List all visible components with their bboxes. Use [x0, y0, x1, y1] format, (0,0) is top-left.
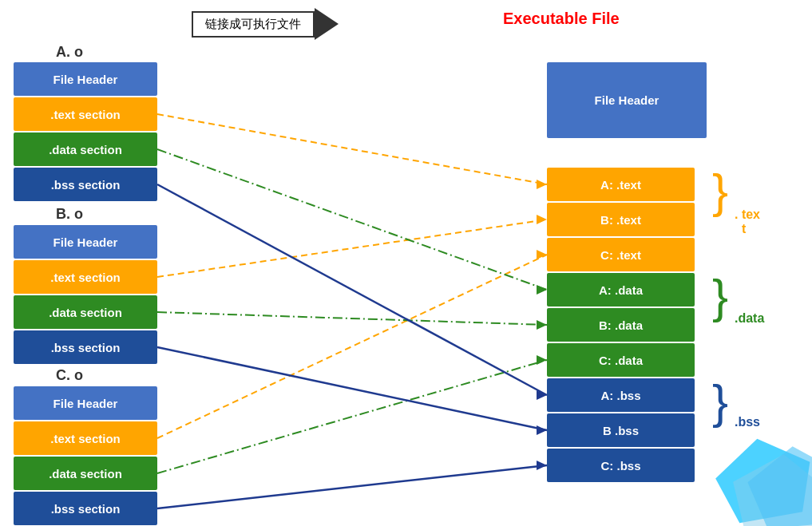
a-bss-section: .bss section	[14, 168, 157, 201]
svg-line-3	[157, 114, 547, 184]
b-data-section: .data section	[14, 295, 157, 329]
b-bss-section: .bss section	[14, 330, 157, 364]
text-brace: }	[712, 168, 728, 216]
data-brace: }	[712, 273, 728, 321]
svg-line-8	[157, 360, 547, 473]
chinese-label: 链接成可执行文件	[192, 11, 315, 38]
data-brace-label: .data	[735, 311, 764, 326]
exec-b-data: B: .data	[547, 308, 695, 342]
chinese-text: 链接成可执行文件	[205, 17, 301, 30]
text-brace-label: . tex t	[735, 208, 760, 236]
svg-marker-18	[537, 390, 547, 400]
svg-line-11	[157, 465, 547, 508]
main-container: 链接成可执行文件 Executable File A. o File Heade…	[0, 0, 812, 526]
c-text-section: .text section	[14, 421, 157, 455]
svg-line-4	[157, 219, 547, 277]
b-text-section: .text section	[14, 260, 157, 294]
exec-title: Executable File	[503, 10, 620, 28]
diamond-decoration	[684, 422, 812, 526]
exec-a-data: A: .data	[547, 273, 695, 307]
a-file-header: File Header	[14, 62, 157, 96]
svg-marker-15	[537, 285, 547, 295]
exec-c-bss: C: .bss	[547, 449, 695, 482]
a-data-section: .data section	[14, 132, 157, 166]
svg-marker-13	[537, 215, 547, 224]
c-bss-section: .bss section	[14, 492, 157, 525]
svg-line-9	[157, 184, 547, 395]
svg-line-10	[157, 347, 547, 430]
label-a: A. o	[56, 44, 83, 61]
svg-line-6	[157, 149, 547, 290]
svg-line-7	[157, 312, 547, 325]
b-file-header: File Header	[14, 225, 157, 259]
label-b: B. o	[56, 206, 83, 223]
svg-marker-12	[537, 180, 547, 189]
c-file-header: File Header	[14, 386, 157, 420]
exec-a-bss: A: .bss	[547, 378, 695, 412]
title-arrow: 链接成可执行文件	[192, 8, 339, 40]
svg-marker-16	[537, 320, 547, 330]
exec-c-data: C: .data	[547, 343, 695, 377]
c-data-section: .data section	[14, 457, 157, 490]
arrow-icon	[315, 8, 339, 40]
svg-marker-20	[537, 461, 547, 470]
bss-brace: }	[712, 378, 728, 426]
svg-marker-14	[537, 250, 547, 259]
svg-line-5	[157, 255, 547, 438]
exec-a-text: A: .text	[547, 168, 695, 201]
exec-b-bss: B .bss	[547, 413, 695, 447]
label-c: C. o	[56, 367, 83, 384]
exec-c-text: C: .text	[547, 238, 695, 271]
svg-marker-17	[537, 355, 547, 365]
a-text-section: .text section	[14, 97, 157, 131]
svg-marker-19	[537, 425, 547, 435]
exec-b-text: B: .text	[547, 203, 695, 236]
exec-file-header: File Header	[547, 62, 707, 138]
